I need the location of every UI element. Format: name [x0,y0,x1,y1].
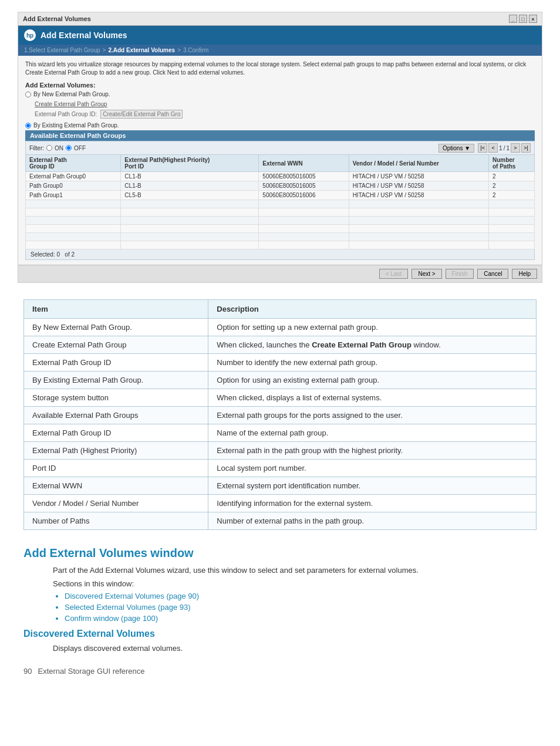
window-controls: _ □ × [509,15,537,23]
bullet-link-3[interactable]: Confirm window (page 100) [65,614,158,623]
info-item: Storage system button [24,389,208,407]
page-sep: / [504,145,505,151]
wizard-description: This wizard lets you virtualize storage … [25,60,535,77]
table-toolbar: Filter: ON OFF Options ▼ |< < 1 / 1 > [25,141,535,154]
info-desc: Option for setting up a new external pat… [208,319,537,336]
add-external-volumes-body: Part of the Add External Volumes wizard,… [53,566,537,575]
table-row[interactable]: Path Group1 CL5-B 50060E8005016006 HITAC… [26,191,535,200]
col-header-port: External Path(Highest Priority)Port ID [121,155,259,172]
path-group-id-row: External Path Group ID: [35,110,535,119]
table-footer: Selected: 0 of 2 [25,249,535,260]
cell-port: CL1-B [121,181,259,191]
doc-content: Item Description By New External Path Gr… [18,299,542,676]
info-desc: Number to identify the new external path… [208,354,537,372]
info-table: Item Description By New External Path Gr… [23,299,537,530]
new-path-group-radio[interactable] [25,92,31,97]
list-item[interactable]: Confirm window (page 100) [65,614,537,623]
add-external-volumes-label: Add External Volumes: [25,82,535,89]
info-item: Create External Path Group [24,336,208,354]
info-item: By New External Path Group. [24,319,208,336]
filter-off-radio[interactable] [66,145,72,151]
list-item[interactable]: Selected External Volumes (page 93) [65,603,537,612]
cell-wwn: 50060E8005016006 [259,191,349,200]
next-page-btn[interactable]: > [511,143,520,153]
cell-wwn: 50060E8005016005 [259,181,349,191]
table-row[interactable]: Path Group0 CL1-B 50060E8005016005 HITAC… [26,181,535,191]
path-group-id-label: External Path Group ID: [35,111,97,117]
footer-text: External Storage GUI reference [38,667,144,676]
window-body: This wizard lets you virtualize storage … [18,56,542,265]
info-item: External Path Group ID [24,354,208,372]
table-selected-count: Selected: 0 of 2 [31,251,75,258]
info-table-row: External Path Group ID Number to identif… [24,354,537,372]
discovered-body: Displays discovered external volumes. [53,644,537,653]
restore-icon[interactable]: □ [519,15,527,23]
filter-off-label: OFF [74,145,86,151]
info-table-row: External Path Group ID Name of the exter… [24,424,537,442]
bullet-link-1[interactable]: Discovered External Volumes (page 90) [65,592,199,600]
table-row[interactable]: External Path Group0 CL1-B 50060E8005016… [26,172,535,181]
info-desc: External path in the path group with the… [208,442,537,460]
window-header-title: Add External Volumes [41,31,127,40]
info-table-row: Vendor / Model / Serial Number Identifyi… [24,495,537,512]
info-desc: When clicked, displays a list of externa… [208,389,537,407]
cancel-btn[interactable]: Cancel [477,269,508,279]
first-page-btn[interactable]: |< [478,143,487,153]
next-btn[interactable]: Next > [411,269,441,279]
table-row-empty [26,241,535,249]
page-total: 1 [506,145,510,151]
col-header-vendor: Vendor / Model / Serial Number [349,155,488,172]
cell-paths: 2 [488,181,534,191]
info-table-row: By Existing External Path Group. Option … [24,372,537,389]
bullet-link-2[interactable]: Selected External Volumes (page 93) [65,603,191,612]
col-header-group-id: External PathGroup ID [26,155,121,172]
list-item[interactable]: Discovered External Volumes (page 90) [65,592,537,600]
close-icon[interactable]: × [529,15,537,23]
screenshot-area: Add External Volumes _ □ × hp Add Extern… [18,12,542,283]
info-table-row: External WWN External system port identi… [24,477,537,495]
info-table-row: External Path (Highest Priority) Externa… [24,442,537,460]
available-groups-title: Available External Path Groups [25,130,535,141]
prev-page-btn[interactable]: < [488,143,498,153]
new-path-group-group: Create External Path Group External Path… [35,99,535,119]
cell-vendor: HITACHI / USP VM / 50258 [349,172,488,181]
info-item: Available External Path Groups [24,407,208,424]
path-group-id-input[interactable] [100,110,183,119]
options-button[interactable]: Options ▼ [438,144,474,153]
window-title-text: Add External Volumes [23,15,91,22]
info-table-row: Create External Path Group When clicked,… [24,336,537,354]
discovered-heading: Discovered External Volumes [23,629,537,639]
help-btn[interactable]: Help [512,269,537,279]
page-container: Add External Volumes _ □ × hp Add Extern… [0,0,560,687]
info-item: External Path Group ID [24,424,208,442]
create-path-group-link[interactable]: Create External Path Group [35,101,107,107]
page-footer: 90 External Storage GUI reference [23,657,537,676]
info-desc: When clicked, launches the Create Extern… [208,336,537,354]
finish-btn[interactable]: Finish [446,269,474,279]
cell-paths: 2 [488,191,534,200]
last-btn[interactable]: < Last [379,269,409,279]
by-new-path-group-option[interactable]: By New External Path Group. [25,91,535,97]
cell-paths: 2 [488,172,534,181]
cell-wwn: 50060E8005016005 [259,172,349,181]
wizard-step-1[interactable]: 1.Select External Path Group [24,47,100,53]
last-page-btn[interactable]: >| [521,143,531,153]
col-header-paths: Numberof Paths [488,155,534,172]
cell-group-id: Path Group1 [26,191,121,200]
filter-on-label: ON [55,145,63,151]
cell-group-id: External Path Group0 [26,172,121,181]
filter-on-radio[interactable] [46,145,52,151]
wizard-step-3[interactable]: 3.Confirm [183,47,208,53]
by-existing-path-group-option[interactable]: By Existing External Path Group. [25,122,535,129]
wizard-step-2[interactable]: 2.Add External Volumes [108,47,175,53]
info-table-header-desc: Description [208,300,537,319]
info-table-row: Port ID Local system port number. [24,460,537,477]
info-table-row: Available External Path Groups External … [24,407,537,424]
existing-path-group-label: By Existing External Path Group. [33,122,119,129]
existing-path-group-radio[interactable] [25,123,31,129]
wizard-steps: 1.Select External Path Group > 2.Add Ext… [18,45,542,56]
new-path-group-label: By New External Path Group. [33,91,110,97]
info-item: External WWN [24,477,208,495]
minimize-icon[interactable]: _ [509,15,517,23]
table-row-empty [26,200,535,208]
